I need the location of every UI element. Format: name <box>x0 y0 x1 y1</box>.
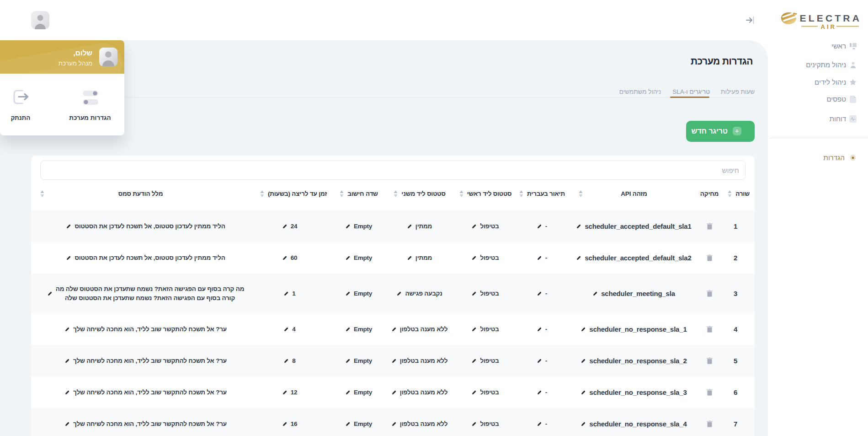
svg-text:ELECTRA: ELECTRA <box>800 13 862 23</box>
svg-text:AIR: AIR <box>821 23 836 30</box>
